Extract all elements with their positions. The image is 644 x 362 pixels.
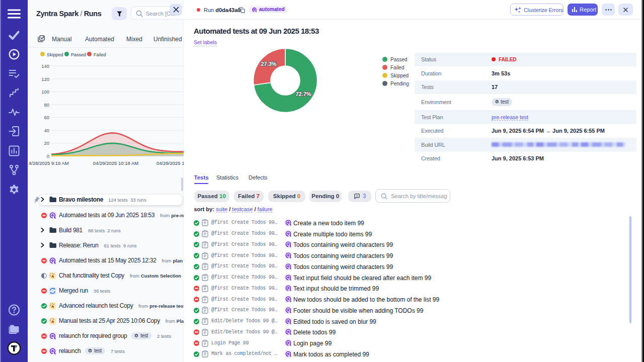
svg-text:27.3%: 27.3% xyxy=(261,61,276,67)
svg-text:72.7%: 72.7% xyxy=(295,91,311,97)
